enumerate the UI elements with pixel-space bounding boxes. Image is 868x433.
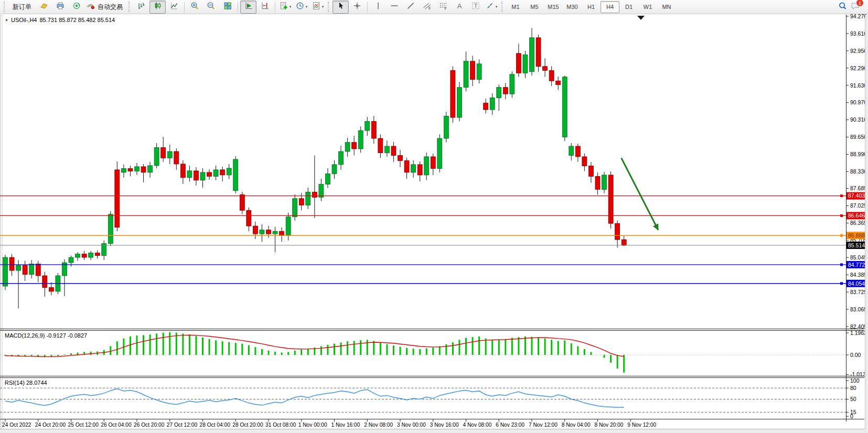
macd-indicator-label: MACD(12,26,9) -0.9127 -0.0827 bbox=[5, 332, 87, 339]
bullish-candle bbox=[135, 167, 140, 171]
rsi-tick-label: 100 bbox=[850, 377, 860, 384]
bearish-candle bbox=[575, 146, 580, 157]
bullish-candle bbox=[437, 138, 442, 168]
vertical-line-button[interactable] bbox=[370, 1, 386, 14]
bearish-candle bbox=[470, 61, 475, 80]
price-tick-label: 83.725 bbox=[850, 289, 867, 295]
bullish-candle bbox=[233, 159, 238, 191]
time-tick-label: 1 Nov 00:00 bbox=[298, 422, 327, 428]
time-tick-label: 9 Nov 12:00 bbox=[627, 422, 656, 428]
price-tag-label: 87.403 bbox=[848, 192, 865, 199]
bullish-candle bbox=[76, 254, 80, 257]
indicators-button[interactable]: ▼ bbox=[277, 1, 294, 14]
bearish-candle bbox=[588, 166, 593, 176]
periods-button[interactable]: ▼ bbox=[294, 1, 310, 14]
fibonacci-button[interactable]: F bbox=[435, 1, 451, 14]
vertical-line-icon bbox=[374, 2, 382, 12]
price-tick-label: 92.950 bbox=[850, 48, 867, 54]
bullish-candle bbox=[16, 265, 21, 270]
bullish-candle bbox=[108, 214, 113, 244]
auto-scroll-button[interactable] bbox=[240, 1, 256, 14]
timeframe-d1-button[interactable]: D1 bbox=[619, 1, 638, 13]
time-tick-label: 8 Nov 04:00 bbox=[562, 422, 591, 428]
timeframe-w1-button[interactable]: W1 bbox=[638, 1, 657, 13]
text-icon: A bbox=[455, 2, 464, 12]
price-tick-label: 87.025 bbox=[850, 202, 867, 209]
line-chart-button[interactable] bbox=[166, 1, 182, 14]
text-label-icon: T bbox=[471, 2, 480, 12]
rsi-tick-label: 80 bbox=[850, 385, 856, 391]
bearish-candle bbox=[621, 240, 626, 245]
bearish-candle bbox=[608, 175, 613, 223]
bar-chart-button[interactable] bbox=[133, 1, 149, 14]
bearish-candle bbox=[549, 70, 554, 81]
text-button[interactable]: A bbox=[451, 1, 467, 14]
timeframe-m30-button[interactable]: M30 bbox=[563, 1, 582, 13]
toolbar-grip bbox=[328, 2, 331, 12]
equidistant-channel-button[interactable]: E bbox=[419, 1, 435, 14]
autotrading-button[interactable]: 自动交易 bbox=[84, 1, 127, 14]
templates-button[interactable]: ▼ bbox=[310, 1, 326, 14]
candlestick-chart-button[interactable] bbox=[149, 1, 166, 14]
bar-chart-icon bbox=[137, 2, 146, 12]
bullish-candle bbox=[523, 55, 528, 73]
collapse-triangle-icon[interactable]: ▼ bbox=[5, 18, 8, 22]
clock-icon bbox=[296, 2, 304, 12]
bearish-candle bbox=[95, 253, 100, 256]
bearish-candle bbox=[503, 88, 508, 94]
time-tick-label: 3 Nov 00:00 bbox=[397, 422, 426, 428]
bearish-candle bbox=[378, 138, 383, 153]
trendline-button[interactable] bbox=[402, 1, 419, 14]
chat-button[interactable]: 1 bbox=[851, 1, 861, 13]
timeframe-m5-button[interactable]: M5 bbox=[525, 1, 544, 13]
print-button[interactable] bbox=[52, 1, 68, 14]
toolbar-grip bbox=[128, 2, 132, 12]
chart-canvas[interactable]: 94.27093.61092.95092.29091.63090.97090.3… bbox=[0, 0, 868, 433]
gold-button[interactable] bbox=[36, 1, 52, 14]
bearish-candle bbox=[161, 147, 166, 158]
price-tick-label: 90.970 bbox=[850, 99, 867, 105]
price-tick-label: 90.310 bbox=[850, 116, 867, 123]
bullish-candle bbox=[345, 142, 350, 151]
timeframe-m1-button[interactable]: M1 bbox=[506, 1, 525, 13]
text-label-button[interactable]: T bbox=[467, 1, 484, 14]
bearish-candle bbox=[404, 160, 409, 172]
tile-windows-button[interactable] bbox=[219, 1, 235, 14]
time-tick-label: 1 Nov 16:00 bbox=[331, 422, 360, 428]
zoom-out-button[interactable] bbox=[203, 1, 219, 14]
bullish-candle bbox=[569, 146, 574, 155]
time-tick-label: 28 Oct 04:00 bbox=[200, 422, 231, 428]
bearish-candle bbox=[280, 231, 284, 235]
crosshair-button[interactable] bbox=[349, 1, 365, 14]
timeframe-h4-button[interactable]: H4 bbox=[601, 1, 619, 13]
line-handle bbox=[840, 234, 843, 237]
toolbar-separator bbox=[275, 2, 275, 13]
timeframe-mn-button[interactable]: MN bbox=[657, 1, 676, 13]
price-tag-label: 85.888 bbox=[848, 232, 865, 239]
bullish-candle bbox=[358, 131, 363, 149]
timeframe-h1-button[interactable]: H1 bbox=[582, 1, 601, 13]
cursor-button[interactable] bbox=[333, 1, 349, 14]
bullish-candle bbox=[424, 157, 429, 175]
bullish-candle bbox=[148, 166, 153, 172]
arrows-button[interactable]: ▼ bbox=[484, 1, 500, 14]
signal-button[interactable] bbox=[68, 1, 84, 14]
time-tick-label: 3 Nov 16:00 bbox=[430, 422, 459, 428]
timeframe-m15-button[interactable]: M15 bbox=[544, 1, 563, 13]
fibonacci-icon: F bbox=[439, 2, 447, 12]
bullish-candle bbox=[3, 257, 8, 286]
window-bottom-strip bbox=[0, 429, 868, 433]
chart-ohlc-values: 85.731 85.872 85.482 85.514 bbox=[39, 17, 115, 23]
time-tick-label: 8 Nov 20:00 bbox=[595, 422, 624, 428]
new-order-label: 新订单 bbox=[10, 3, 34, 12]
search-button[interactable] bbox=[834, 1, 851, 14]
price-tick-label: 88.990 bbox=[850, 151, 867, 157]
chart-shift-button[interactable] bbox=[256, 1, 273, 14]
toolbar-grip bbox=[501, 2, 505, 12]
bearish-candle bbox=[240, 194, 244, 210]
bullish-candle bbox=[213, 170, 218, 176]
horizontal-line-button[interactable] bbox=[386, 1, 402, 14]
new-order-button[interactable]: 新订单 bbox=[8, 1, 36, 14]
bullish-candle bbox=[384, 146, 389, 153]
zoom-in-button[interactable] bbox=[187, 1, 203, 14]
